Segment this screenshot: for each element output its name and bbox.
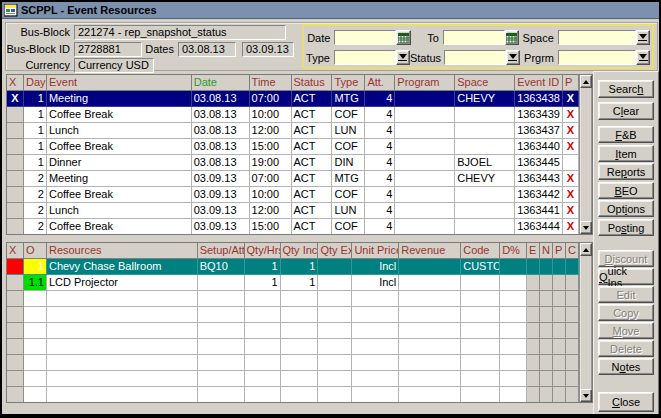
empty-row[interactable] — [7, 307, 579, 323]
type-dropdown-button[interactable] — [396, 50, 410, 65]
cell — [7, 339, 24, 355]
cell: 03.08.13 — [192, 107, 250, 123]
table-row[interactable]: 2Coffee Break03.09.1315:00ACTCOF41363444… — [7, 219, 579, 234]
cell — [245, 371, 281, 387]
table-row[interactable]: 1Chevy Chase BallroomBQ1011InclCUSTOI — [7, 259, 579, 275]
empty-row[interactable] — [7, 323, 579, 339]
space-filter-input[interactable] — [558, 30, 636, 45]
cell — [399, 371, 461, 387]
empty-row[interactable] — [7, 355, 579, 371]
empty-row[interactable] — [7, 371, 579, 387]
cell — [24, 323, 47, 339]
empty-row[interactable] — [7, 291, 579, 307]
table-row[interactable]: 1.1LCD Projector11Incl — [7, 275, 579, 291]
scroll-track[interactable] — [580, 88, 592, 221]
to-calendar-button[interactable] — [505, 30, 519, 45]
status-dropdown-button[interactable] — [506, 50, 520, 65]
date-filter-label: Date — [306, 32, 334, 44]
status-filter-input[interactable] — [444, 50, 506, 65]
empty-row[interactable] — [7, 339, 579, 355]
search-button[interactable]: Search — [598, 80, 654, 98]
status-filter-label: Status — [410, 52, 444, 64]
cell: 4 — [365, 155, 395, 171]
notes-button[interactable]: Notes — [598, 358, 654, 375]
scroll-down-button[interactable] — [580, 221, 592, 234]
delete-button: Delete — [598, 340, 654, 357]
table-row[interactable]: 1Lunch03.08.1312:00ACTLUN41363437X — [7, 123, 579, 139]
cell — [566, 323, 579, 339]
posting-button[interactable]: Posting — [598, 219, 654, 236]
cell — [198, 323, 245, 339]
cell — [198, 275, 245, 291]
type-filter-input[interactable] — [334, 50, 396, 65]
cell — [395, 155, 455, 171]
table-row[interactable]: 1Coffee Break03.08.1310:00ACTCOF41363439… — [7, 107, 579, 123]
cell — [455, 203, 515, 219]
table-row[interactable]: 2Lunch03.09.1312:00ACTLUN41363441X — [7, 203, 579, 219]
cell: 1363440 — [515, 139, 563, 155]
cell: ACT — [292, 155, 333, 171]
cell — [24, 355, 47, 371]
header-row: XDayEventDateTimeStatusTypeAtt.ProgramSp… — [7, 75, 579, 91]
cell — [455, 219, 515, 234]
prgrm-dropdown-button[interactable] — [636, 50, 650, 65]
to-filter-input[interactable] — [443, 30, 505, 45]
space-dropdown-button[interactable] — [636, 30, 650, 45]
cell — [7, 107, 24, 123]
date-to-field: 03.09.13 — [242, 42, 294, 57]
cell: 1 — [24, 123, 47, 139]
item-button[interactable]: Item — [598, 145, 654, 162]
cell — [566, 339, 579, 355]
table-row[interactable]: 1Dinner03.08.1319:00ACTDIN4BJOEL1363445 — [7, 155, 579, 171]
table-row[interactable]: X1Meeting03.08.1307:00ACTMTG4CHEVY136343… — [7, 91, 579, 107]
cell: 1363439 — [515, 107, 563, 123]
cell — [47, 339, 198, 355]
options-button[interactable]: Options — [598, 200, 654, 217]
cell: 03.09.13 — [192, 219, 250, 234]
column-header: P — [563, 75, 579, 91]
beo-button[interactable]: BEO — [598, 182, 654, 199]
close-button[interactable]: Close — [598, 392, 654, 412]
cell — [500, 323, 527, 339]
clear-button[interactable]: Clear — [598, 102, 654, 120]
column-header: Qty/Hrs — [245, 243, 281, 259]
up-arrow-icon — [583, 248, 589, 252]
quick-ins-button[interactable]: Quick Ins... — [598, 268, 654, 285]
scroll-up-button[interactable] — [580, 75, 592, 88]
reports-button[interactable]: Reports — [598, 163, 654, 180]
f-b-button[interactable]: F&B — [598, 126, 654, 143]
cell: 1363438 — [515, 91, 563, 107]
cell — [245, 323, 281, 339]
prgrm-filter-input[interactable] — [558, 50, 636, 65]
table-row[interactable]: 1Coffee Break03.08.1315:00ACTCOF41363440… — [7, 139, 579, 155]
cell — [540, 307, 553, 323]
cell — [461, 355, 500, 371]
cell — [318, 291, 352, 307]
scroll-track[interactable] — [580, 256, 592, 389]
cell — [527, 387, 540, 402]
resources-scrollbar[interactable] — [579, 243, 592, 402]
table-row[interactable]: 2Coffee Break03.09.1310:00ACTCOF41363442… — [7, 187, 579, 203]
column-header: Program — [395, 75, 455, 91]
cell — [318, 387, 352, 402]
column-header: Day — [24, 75, 47, 91]
scroll-down-button[interactable] — [580, 389, 592, 402]
events-scrollbar[interactable] — [579, 75, 592, 234]
empty-row[interactable] — [7, 387, 579, 402]
side-button-panel: SearchClearF&BItemReportsBEOOptionsPosti… — [593, 71, 659, 416]
cell — [566, 307, 579, 323]
cell — [399, 323, 461, 339]
date-calendar-button[interactable] — [396, 30, 410, 45]
column-header: Event ID — [515, 75, 563, 91]
cell — [527, 371, 540, 387]
scroll-up-button[interactable] — [580, 243, 592, 256]
cell: 1363441 — [515, 203, 563, 219]
date-filter-input[interactable] — [334, 30, 396, 45]
cell — [198, 339, 245, 355]
table-row[interactable]: 2Meeting03.09.1307:00ACTMTG4CHEVY1363443… — [7, 171, 579, 187]
cell — [318, 259, 352, 275]
cell — [395, 123, 455, 139]
column-header: Status — [292, 75, 333, 91]
cell — [7, 187, 24, 203]
cell — [553, 371, 566, 387]
